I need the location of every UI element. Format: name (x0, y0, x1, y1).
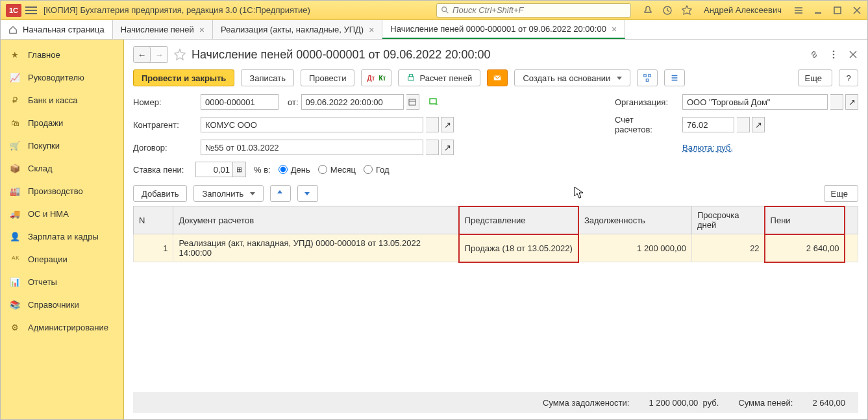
radio-month-input[interactable] (318, 165, 327, 174)
maximize-icon[interactable] (832, 5, 843, 16)
acct-open[interactable]: ↗ (752, 117, 765, 132)
date-input[interactable] (301, 94, 404, 110)
sidebar-item-1[interactable]: 📈Руководителю (1, 66, 123, 89)
rate-input[interactable] (195, 162, 233, 177)
fill-button[interactable]: Заполнить (193, 185, 264, 202)
radio-month[interactable]: Месяц (318, 165, 356, 175)
list-button[interactable] (664, 69, 685, 86)
home-tab[interactable]: Начальная страница (1, 20, 113, 39)
total-debt-cur: руб. (703, 398, 719, 408)
favorite-icon[interactable] (173, 48, 186, 61)
cell-fine[interactable]: 2 640,00 (765, 234, 845, 262)
radio-day-input[interactable] (279, 165, 288, 174)
tab-1[interactable]: Начисление пеней× (113, 20, 213, 39)
sidebar-item-0[interactable]: ★Главное (1, 43, 123, 66)
search-box[interactable] (436, 3, 631, 18)
cell-debt[interactable]: 1 200 000,00 (578, 234, 691, 262)
col-debt[interactable]: Задолженность (578, 206, 691, 234)
agr-input[interactable] (201, 140, 423, 155)
calc-fines-button[interactable]: Расчет пеней (398, 69, 480, 86)
rate-suffix[interactable]: ⊞ (233, 162, 246, 177)
more-button[interactable]: Еще (798, 69, 832, 86)
sidebar-item-3[interactable]: 🛍Продажи (1, 112, 123, 134)
bell-icon[interactable] (643, 5, 653, 16)
move-up-button[interactable] (270, 185, 291, 202)
tab-3[interactable]: Начисление пеней 0000-000001 от 09.06.20… (382, 20, 625, 39)
tab-close-icon[interactable]: × (369, 25, 374, 35)
settings-icon[interactable] (793, 5, 804, 16)
sidebar-item-11[interactable]: 📚Справочники (1, 293, 123, 316)
nav-back-button[interactable]: ← (134, 47, 151, 62)
close-icon[interactable] (852, 5, 862, 16)
col-fine[interactable]: Пени (765, 206, 845, 234)
col-n[interactable]: N (134, 206, 173, 234)
sidebar-item-2[interactable]: ₽Банк и касса (1, 89, 123, 112)
agr-dropdown[interactable] (426, 140, 439, 155)
radio-day[interactable]: День (279, 165, 310, 175)
tab-close-icon[interactable]: × (199, 25, 205, 35)
currency-link[interactable]: Валюта: руб. (682, 143, 733, 153)
star-icon[interactable] (682, 5, 692, 16)
sidebar-item-9[interactable]: ᴬᴷОперации (1, 248, 123, 271)
col-doc[interactable]: Документ расчетов (173, 206, 459, 234)
radio-label: Год (376, 165, 390, 175)
more-icon[interactable] (828, 49, 839, 60)
sidebar-item-10[interactable]: 📊Отчеты (1, 271, 123, 293)
help-button[interactable]: ? (839, 69, 858, 86)
tab-close-icon[interactable]: × (612, 24, 617, 34)
cell-doc[interactable]: Реализация (акт, накладная, УПД) 0000-00… (173, 234, 459, 262)
agr-open[interactable]: ↗ (441, 140, 454, 155)
org-open[interactable]: ↗ (845, 94, 858, 110)
sidebar-item-7[interactable]: 🚚ОС и НМА (1, 203, 123, 225)
sidebar-item-8[interactable]: 👤Зарплата и кадры (1, 225, 123, 248)
col-rep[interactable]: Представление (459, 206, 578, 234)
contr-dropdown[interactable] (426, 117, 439, 132)
sidebar-icon: ⚙ (10, 323, 20, 332)
mail-button[interactable] (487, 69, 508, 86)
table-more-button[interactable]: Еще (824, 185, 858, 202)
add-button[interactable]: Добавить (133, 185, 187, 202)
radio-year[interactable]: Год (364, 165, 390, 175)
post-and-close-button[interactable]: Провести и закрыть (133, 69, 234, 86)
dt-kt-button[interactable]: ДтКт (361, 69, 391, 86)
svg-rect-16 (430, 99, 436, 104)
history-icon[interactable] (662, 5, 673, 16)
contr-open[interactable]: ↗ (441, 117, 454, 132)
sidebar-item-6[interactable]: 🏭Производство (1, 180, 123, 203)
number-label: Номер: (133, 97, 192, 107)
sidebar-item-5[interactable]: 📦Склад (1, 157, 123, 180)
link-icon[interactable] (809, 49, 819, 60)
svg-rect-9 (410, 75, 413, 77)
post-button[interactable]: Провести (301, 69, 355, 86)
user-name[interactable]: Андрей Алексеевич (704, 5, 782, 15)
button-label: Добавить (142, 189, 179, 199)
structure-button[interactable] (637, 69, 658, 86)
cell-days[interactable]: 22 (692, 234, 765, 262)
cell-n[interactable]: 1 (134, 234, 173, 262)
table-row[interactable]: 1 Реализация (акт, накладная, УПД) 0000-… (134, 234, 858, 262)
org-label: Организация: (615, 97, 673, 107)
minimize-icon[interactable] (813, 5, 823, 16)
org-input[interactable] (682, 94, 828, 110)
move-down-button[interactable] (297, 185, 318, 202)
create-based-on-button[interactable]: Создать на основании (514, 69, 630, 86)
sidebar-item-12[interactable]: ⚙Администрирование (1, 316, 123, 339)
acct-dropdown[interactable] (737, 117, 750, 132)
number-input[interactable] (201, 94, 279, 110)
radio-label: Месяц (330, 165, 356, 175)
calendar-button[interactable] (406, 94, 419, 110)
contr-input[interactable] (201, 117, 423, 132)
org-dropdown[interactable] (830, 94, 843, 110)
menu-icon[interactable] (25, 5, 37, 16)
close-panel-icon[interactable] (848, 49, 858, 60)
radio-year-input[interactable] (364, 165, 373, 174)
acct-input[interactable] (682, 117, 734, 132)
save-button[interactable]: Записать (241, 69, 294, 86)
print-small-icon[interactable] (428, 97, 439, 107)
tab-2[interactable]: Реализация (акты, накладные, УПД)× (213, 20, 382, 39)
sidebar-item-4[interactable]: 🛒Покупки (1, 134, 123, 157)
search-input[interactable] (453, 5, 626, 15)
total-fine-label: Сумма пеней: (738, 398, 793, 408)
col-days[interactable]: Просрочка дней (692, 206, 765, 234)
cell-rep[interactable]: Продажа (18 от 13.05.2022) (459, 234, 578, 262)
